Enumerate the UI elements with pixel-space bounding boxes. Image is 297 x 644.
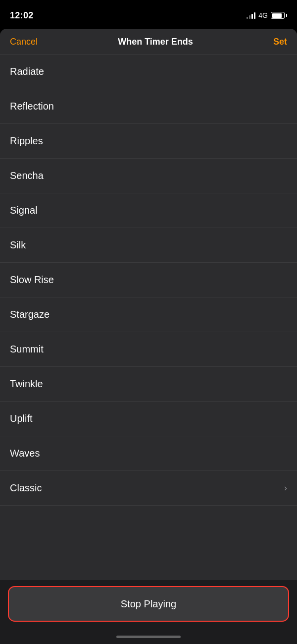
home-indicator [0,632,297,644]
list-item-label: Waves [10,448,40,459]
list-item-label: Silk [10,239,26,251]
list-item-label: Radiate [10,66,44,77]
page-title: When Timer Ends [118,37,193,47]
cancel-button[interactable]: Cancel [10,37,38,47]
set-button[interactable]: Set [273,37,287,47]
list-item-label: Stargaze [10,309,50,320]
list-item-label: Twinkle [10,378,43,390]
nav-bar: Cancel When Timer Ends Set [0,29,297,55]
list-item-label: Slow Rise [10,274,54,286]
status-time: 12:02 [10,10,34,21]
home-bar [116,636,181,638]
ringtone-list[interactable]: RadiateReflectionRipplesSenchaSignalSilk… [0,55,297,580]
list-item[interactable]: Reflection [0,89,297,124]
list-item[interactable]: Classic› [0,471,297,506]
list-item[interactable]: Uplift [0,402,297,436]
list-item-label: Signal [10,205,38,216]
list-item-label: Uplift [10,413,33,424]
list-item-label: Ripples [10,135,43,147]
status-bar: 12:02 4G [0,0,297,25]
list-item[interactable]: Sencha [0,159,297,193]
list-item[interactable]: Radiate [0,55,297,89]
list-item[interactable]: Twinkle [0,367,297,402]
list-item-label: Sencha [10,170,44,181]
list-item[interactable]: Summit [0,332,297,367]
battery-icon [271,12,287,19]
list-item[interactable]: Signal [0,193,297,228]
list-item[interactable]: Slow Rise [0,263,297,297]
list-item[interactable]: Stargaze [0,297,297,332]
stop-playing-button[interactable]: Stop Playing [8,586,289,622]
list-item-label: Reflection [10,101,54,112]
status-right: 4G [247,11,287,19]
list-item[interactable]: Waves [0,436,297,471]
stop-playing-label: Stop Playing [121,598,176,610]
network-label: 4G [258,11,268,19]
list-item-label: Classic [10,482,42,494]
modal: Cancel When Timer Ends Set RadiateReflec… [0,29,297,644]
signal-icon [247,12,255,19]
chevron-right-icon: › [284,483,287,493]
list-item[interactable]: Ripples [0,124,297,159]
stop-playing-section: Stop Playing [0,580,297,632]
list-item[interactable]: Silk [0,228,297,263]
list-item-label: Summit [10,344,44,355]
